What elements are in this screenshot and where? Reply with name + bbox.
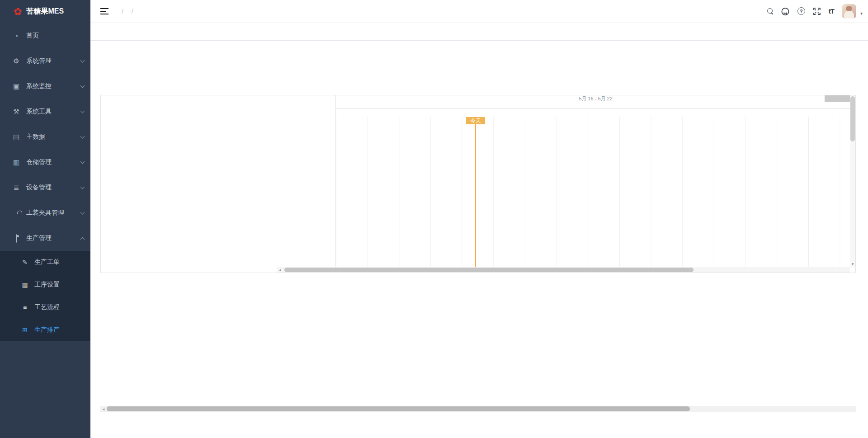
- navbar: // ? tT: [90, 0, 868, 23]
- timeline-range-header: 5月 16 - 5月 22: [336, 95, 855, 102]
- sidebar-subitem-label: 工序设置: [34, 281, 60, 289]
- help-icon[interactable]: ?: [797, 7, 805, 15]
- gantt-horizontal-scroll-thumb[interactable]: [284, 268, 693, 272]
- chart-icon: ▦: [21, 281, 29, 288]
- sidebar-item-process-flow[interactable]: ≡工艺流程: [0, 296, 90, 319]
- breadcrumb-separator: /: [132, 8, 133, 15]
- sidebar-subitem-label: 工艺流程: [34, 303, 60, 311]
- sidebar-item-production-scheduling[interactable]: ⊞生产排产: [0, 319, 90, 341]
- gantt-task-grid: [101, 95, 336, 273]
- sidebar-item-label: 仓储管理: [26, 158, 81, 166]
- tools-icon: ⚒: [11, 108, 22, 116]
- sidebar-item-production[interactable]: 生产管理: [0, 226, 90, 251]
- gear-icon: ⚙: [11, 57, 22, 65]
- sidebar-item-label: 系统监控: [26, 82, 81, 90]
- sidebar-item-process-settings[interactable]: ▦工序设置: [0, 273, 90, 296]
- toggle-icon: [16, 234, 17, 243]
- sidebar-item-label: 工装夹具管理: [26, 209, 81, 217]
- sidebar-item-system-tools[interactable]: ⚒系统工具: [0, 99, 90, 124]
- gantt-vertical-scroll-thumb[interactable]: [850, 96, 855, 141]
- gantt-grid-header: [101, 95, 335, 116]
- dashboard-icon: ◔: [11, 32, 22, 40]
- breadcrumb: //: [118, 8, 137, 15]
- sidebar-item-equipment[interactable]: ≣设备管理: [0, 175, 90, 200]
- sidebar-item-label: 首页: [26, 32, 84, 40]
- monitor-icon: ▣: [11, 82, 22, 90]
- chevron-down-icon: [80, 210, 85, 215]
- gantt-vertical-scrollbar[interactable]: ▾: [850, 95, 855, 267]
- layers-icon: ≣: [11, 184, 22, 192]
- sidebar-item-master-data[interactable]: ▤主数据: [0, 124, 90, 150]
- sidebar-submenu: ✎生产工单▦工序设置≡工艺流程⊞生产排产: [0, 251, 90, 341]
- sidebar-item-label: 设备管理: [26, 184, 81, 192]
- edit-icon: ✎: [21, 259, 29, 266]
- sidebar-item-system-admin[interactable]: ⚙系统管理: [0, 48, 90, 74]
- today-marker-label: 今天: [466, 117, 485, 124]
- navbar-icons: ? tT ▾: [767, 4, 868, 19]
- chevron-down-icon: [80, 84, 85, 88]
- github-icon[interactable]: [781, 7, 790, 16]
- breadcrumb-separator: /: [122, 8, 123, 15]
- search-icon[interactable]: [767, 8, 773, 14]
- sidebar-item-label: 系统管理: [26, 57, 81, 65]
- toggle-icon: [11, 235, 22, 242]
- scroll-down-arrow-icon[interactable]: ▾: [850, 262, 855, 266]
- font-size-icon[interactable]: tT: [829, 7, 834, 15]
- app-logo[interactable]: ✿ 苦糖果MES: [0, 0, 90, 23]
- chevron-down-icon: [80, 160, 85, 164]
- chevron-down-icon: [80, 134, 85, 139]
- sidebar-item-production-order[interactable]: ✎生产工单: [0, 251, 90, 273]
- sidebar-item-home[interactable]: ◔首页: [0, 23, 90, 48]
- gantt-timeline: 5月 16 - 5月 22 今天 ▾: [336, 95, 855, 273]
- gantt-horizontal-scrollbar[interactable]: ◂: [277, 267, 850, 273]
- sidebar-item-label: 系统工具: [26, 108, 81, 116]
- main-area: // ? tT: [90, 0, 868, 438]
- fullscreen-icon[interactable]: [813, 7, 821, 15]
- sidebar-menu: ◔首页⚙系统管理▣系统监控⚒系统工具▤主数据▥仓储管理≣设备管理工装夹具管理生产…: [0, 23, 90, 341]
- grid-icon: ⊞: [21, 326, 29, 334]
- timeline-day-header: [336, 102, 855, 109]
- avatar[interactable]: [842, 4, 856, 19]
- timeline-body: [336, 117, 850, 267]
- avatar-dropdown-caret-icon[interactable]: ▾: [860, 11, 863, 16]
- chevron-down-icon: [80, 185, 85, 189]
- gantt-panel: 5月 16 - 5月 22 今天 ▾ ◂: [100, 95, 856, 273]
- chevron-up-icon: [80, 237, 85, 241]
- sidebar-collapse-icon[interactable]: [100, 8, 108, 14]
- sidebar-subitem-label: 生产排产: [34, 326, 60, 334]
- today-marker-line: [475, 117, 476, 267]
- sidebar-item-warehouse[interactable]: ▥仓储管理: [0, 150, 90, 175]
- app-title: 苦糖果MES: [26, 7, 64, 16]
- orders-horizontal-scroll-thumb[interactable]: [107, 406, 690, 411]
- sidebar-item-label: 主数据: [26, 133, 81, 141]
- orders-horizontal-scrollbar[interactable]: ◂: [100, 406, 856, 412]
- list-icon: ≡: [21, 304, 29, 311]
- sidebar-item-label: 生产管理: [26, 234, 81, 242]
- scroll-left-arrow-icon[interactable]: ◂: [100, 407, 107, 411]
- sidebar-item-system-monitor[interactable]: ▣系统监控: [0, 74, 90, 99]
- warehouse-icon: ▥: [11, 158, 22, 166]
- document-icon: ▤: [11, 133, 22, 141]
- sidebar-subitem-label: 生产工单: [34, 258, 60, 266]
- logo-flower-icon: ✿: [14, 7, 22, 17]
- chevron-down-icon: [80, 58, 85, 63]
- sidebar: ✿ 苦糖果MES ◔首页⚙系统管理▣系统监控⚒系统工具▤主数据▥仓储管理≣设备管…: [0, 0, 90, 438]
- scroll-left-arrow-icon[interactable]: ◂: [277, 268, 283, 272]
- app-root: ✿ 苦糖果MES ◔首页⚙系统管理▣系统监控⚒系统工具▤主数据▥仓储管理≣设备管…: [0, 0, 868, 438]
- chevron-down-icon: [80, 109, 85, 113]
- sidebar-item-fixture[interactable]: 工装夹具管理: [0, 200, 90, 226]
- timeline-hour-header: [336, 109, 855, 116]
- timeline-overflow-block: [825, 95, 850, 102]
- tab-bar: [90, 23, 868, 41]
